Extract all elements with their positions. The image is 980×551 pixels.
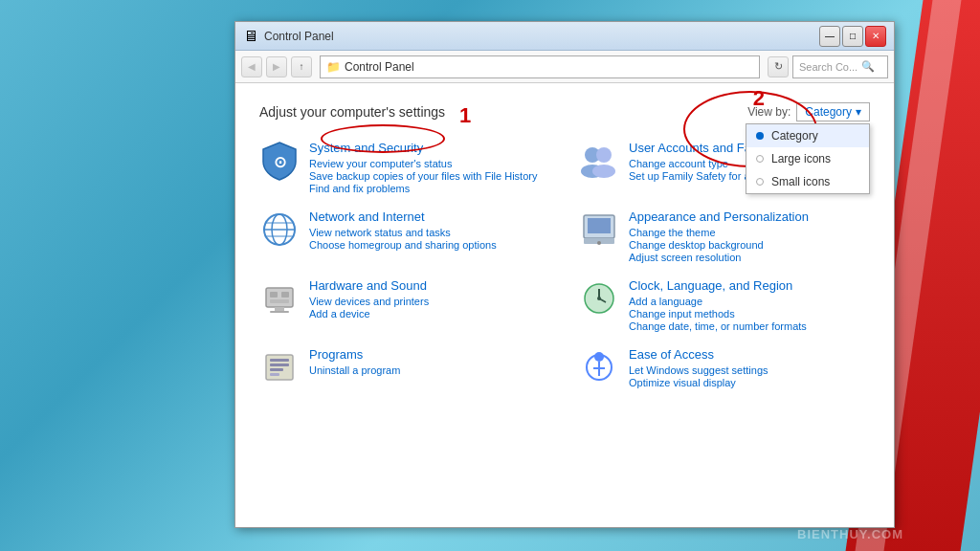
svg-rect-24 [266,355,293,380]
system-security-link-1[interactable]: Review your computer's status [309,158,550,169]
minimize-button[interactable]: — [819,26,840,47]
network-title[interactable]: Network and Internet [309,209,550,224]
window-controls: — □ ✕ [819,26,886,47]
window-icon: 🖥 [243,29,258,44]
network-link-1[interactable]: View network status and tasks [309,227,550,238]
svg-rect-17 [270,299,289,303]
clock-content: Clock, Language, and Region Add a langua… [629,278,870,333]
refresh-button[interactable]: ↻ [768,56,789,77]
category-programs: Programs Uninstall a program [259,347,550,389]
path-text: Control Panel [345,60,414,74]
back-button[interactable]: ◀ [241,56,262,77]
clock-link-3[interactable]: Change date, time, or number formats [629,320,870,332]
address-bar: ◀ ▶ ↑ 📁 Control Panel ↻ Search Co... 🔍 [235,51,894,83]
svg-rect-15 [270,292,278,298]
hardware-link-1[interactable]: View devices and printers [309,296,550,307]
dropdown-category[interactable]: Category [746,124,869,147]
radio-empty-2 [756,178,764,186]
programs-content: Programs Uninstall a program [309,347,550,377]
search-placeholder: Search Co... [799,61,858,73]
ease-link-1[interactable]: Let Windows suggest settings [629,364,870,376]
system-security-content: System and Security Review your computer… [309,141,550,195]
svg-point-23 [597,297,601,300]
svg-rect-28 [270,373,279,376]
category-network: Network and Internet View network status… [259,209,550,264]
appearance-title[interactable]: Appearance and Personalization [629,209,870,224]
dropdown-large-icons[interactable]: Large icons [746,147,869,170]
annotation-2: 2 [753,86,765,111]
radio-empty [756,155,764,163]
programs-title[interactable]: Programs [309,347,550,362]
ease-link-2[interactable]: Optimize visual display [629,377,870,388]
system-security-icon: ⊙ [259,141,300,181]
content-area: Adjust your computer's settings View by:… [235,83,894,527]
view-by-dropdown[interactable]: Category ▾ [796,102,870,121]
category-clock: Clock, Language, and Region Add a langua… [579,278,870,333]
hardware-link-2[interactable]: Add a device [309,308,550,320]
category-system-security: ⊙ System and Security Review your comput… [259,141,550,195]
appearance-icon [579,209,619,250]
svg-rect-16 [281,292,289,298]
dropdown-small-icons[interactable]: Small icons [746,170,869,193]
address-path[interactable]: 📁 Control Panel [320,55,760,78]
system-security-link-3[interactable]: Find and fix problems [309,183,550,194]
system-security-link-2[interactable]: Save backup copies of your files with Fi… [309,170,550,182]
clock-link-1[interactable]: Add a language [629,296,870,307]
category-option: Category [771,129,818,143]
ease-title[interactable]: Ease of Access [629,347,870,362]
programs-icon [259,347,300,387]
search-icon: 🔍 [861,60,875,73]
category-hardware: Hardware and Sound View devices and prin… [259,278,550,333]
system-security-title[interactable]: System and Security [309,141,550,155]
svg-rect-11 [588,218,611,233]
network-icon [259,209,300,250]
ease-icon [579,347,619,387]
svg-point-2 [596,147,612,163]
ease-content: Ease of Access Let Windows suggest setti… [629,347,870,389]
appearance-link-1[interactable]: Change the theme [629,227,870,238]
svg-rect-18 [275,307,284,311]
hardware-icon [259,278,300,319]
large-icons-option: Large icons [771,152,831,165]
network-content: Network and Internet View network status… [309,209,550,252]
window-title: Control Panel [264,30,334,43]
user-accounts-icon [579,141,619,181]
folder-icon: 📁 [326,60,341,74]
forward-button[interactable]: ▶ [266,56,287,77]
control-panel-window: 🖥 Control Panel — □ ✕ ◀ ▶ ↑ 📁 Control Pa… [234,21,895,528]
clock-title[interactable]: Clock, Language, and Region [629,278,870,293]
appearance-link-3[interactable]: Adjust screen resolution [629,252,870,263]
clock-link-2[interactable]: Change input methods [629,308,870,320]
view-by-value: Category [805,105,852,119]
up-button[interactable]: ↑ [291,56,312,77]
svg-point-4 [592,165,615,178]
hardware-content: Hardware and Sound View devices and prin… [309,278,550,320]
appearance-link-2[interactable]: Change desktop background [629,239,870,251]
search-box[interactable]: Search Co... 🔍 [792,55,888,78]
svg-rect-27 [270,368,283,371]
svg-rect-25 [270,359,289,362]
category-ease: Ease of Access Let Windows suggest setti… [579,347,870,389]
close-button[interactable]: ✕ [865,26,886,47]
svg-rect-26 [270,364,289,366]
maximize-button[interactable]: □ [842,26,863,47]
view-by-control: View by: Category ▾ Category Large icons [747,102,870,121]
radio-selected [756,132,764,140]
small-icons-option: Small icons [771,175,830,188]
programs-link-1[interactable]: Uninstall a program [309,364,550,376]
clock-icon [579,278,619,319]
hardware-title[interactable]: Hardware and Sound [309,278,550,293]
title-bar: 🖥 Control Panel — □ ✕ [235,22,894,51]
dropdown-arrow: ▾ [856,105,861,119]
svg-point-13 [597,241,601,245]
page-heading: Adjust your computer's settings [259,104,445,120]
watermark: BIENTHUY.COM [797,527,903,541]
annotation-1: 1 [459,103,471,128]
svg-rect-14 [266,288,293,307]
network-link-2[interactable]: Choose homegroup and sharing options [309,239,550,251]
appearance-content: Appearance and Personalization Change th… [629,209,870,264]
content-header: Adjust your computer's settings View by:… [259,102,870,121]
svg-text:⊙: ⊙ [274,154,286,170]
svg-point-29 [594,352,604,362]
svg-rect-19 [270,311,289,313]
